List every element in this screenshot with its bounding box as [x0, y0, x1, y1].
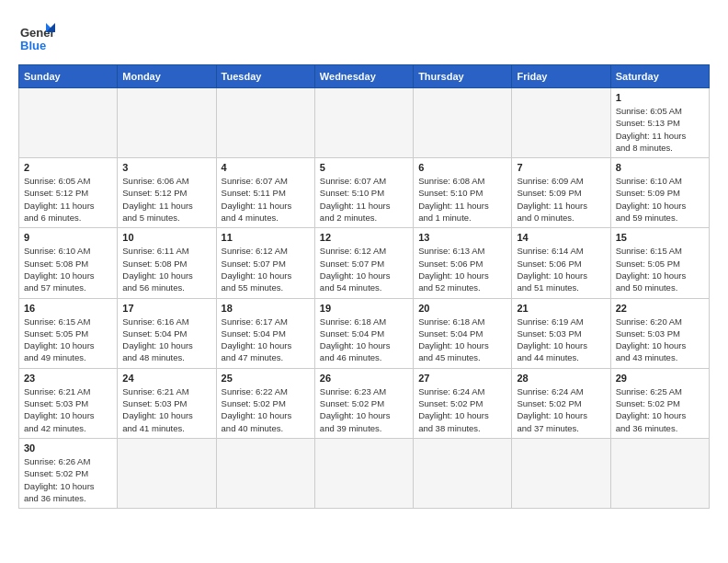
- column-header-tuesday: Tuesday: [216, 65, 314, 88]
- calendar-day: 11Sunrise: 6:12 AM Sunset: 5:07 PM Dayli…: [216, 228, 314, 298]
- day-info: Sunrise: 6:09 AM Sunset: 5:09 PM Dayligh…: [517, 175, 605, 224]
- day-info: Sunrise: 6:25 AM Sunset: 5:02 PM Dayligh…: [616, 385, 704, 434]
- calendar-day: [118, 88, 216, 158]
- column-header-monday: Monday: [118, 65, 216, 88]
- column-header-friday: Friday: [512, 65, 610, 88]
- calendar-day: 4Sunrise: 6:07 AM Sunset: 5:11 PM Daylig…: [216, 158, 314, 228]
- day-number: 3: [122, 162, 210, 173]
- calendar-day: 26Sunrise: 6:23 AM Sunset: 5:02 PM Dayli…: [314, 368, 413, 438]
- calendar-day: 30Sunrise: 6:26 AM Sunset: 5:02 PM Dayli…: [19, 438, 118, 508]
- calendar-day: 19Sunrise: 6:18 AM Sunset: 5:04 PM Dayli…: [314, 298, 413, 368]
- calendar-day: 8Sunrise: 6:10 AM Sunset: 5:09 PM Daylig…: [610, 158, 709, 228]
- calendar-day: 22Sunrise: 6:20 AM Sunset: 5:03 PM Dayli…: [610, 298, 709, 368]
- day-info: Sunrise: 6:12 AM Sunset: 5:07 PM Dayligh…: [222, 245, 310, 293]
- calendar-day: 18Sunrise: 6:17 AM Sunset: 5:04 PM Dayli…: [216, 298, 314, 368]
- calendar-day: [216, 88, 314, 158]
- calendar-day: 12Sunrise: 6:12 AM Sunset: 5:07 PM Dayli…: [314, 228, 413, 298]
- day-info: Sunrise: 6:22 AM Sunset: 5:02 PM Dayligh…: [222, 385, 310, 434]
- calendar-day: 10Sunrise: 6:11 AM Sunset: 5:08 PM Dayli…: [118, 228, 216, 298]
- day-info: Sunrise: 6:07 AM Sunset: 5:11 PM Dayligh…: [222, 175, 310, 224]
- calendar-week-row: 30Sunrise: 6:26 AM Sunset: 5:02 PM Dayli…: [19, 438, 710, 508]
- calendar-day: 1Sunrise: 6:05 AM Sunset: 5:13 PM Daylig…: [610, 88, 709, 158]
- calendar-day: 20Sunrise: 6:18 AM Sunset: 5:04 PM Dayli…: [414, 298, 512, 368]
- day-number: 7: [517, 162, 605, 173]
- day-info: Sunrise: 6:10 AM Sunset: 5:09 PM Dayligh…: [616, 175, 704, 224]
- day-info: Sunrise: 6:19 AM Sunset: 5:03 PM Dayligh…: [517, 316, 605, 364]
- calendar-day: 14Sunrise: 6:14 AM Sunset: 5:06 PM Dayli…: [512, 228, 610, 298]
- svg-text:Blue: Blue: [20, 39, 46, 52]
- day-info: Sunrise: 6:08 AM Sunset: 5:10 PM Dayligh…: [418, 175, 506, 224]
- day-number: 23: [24, 373, 112, 384]
- day-number: 24: [122, 373, 210, 384]
- day-number: 26: [320, 373, 408, 384]
- day-number: 22: [616, 303, 704, 314]
- day-number: 28: [517, 373, 605, 384]
- calendar-day: 17Sunrise: 6:16 AM Sunset: 5:04 PM Dayli…: [118, 298, 216, 368]
- day-number: 19: [320, 303, 408, 314]
- day-number: 30: [24, 442, 112, 454]
- column-header-thursday: Thursday: [414, 65, 512, 88]
- day-info: Sunrise: 6:26 AM Sunset: 5:02 PM Dayligh…: [24, 455, 112, 504]
- calendar-day: [314, 88, 413, 158]
- calendar-week-row: 9Sunrise: 6:10 AM Sunset: 5:08 PM Daylig…: [19, 228, 710, 298]
- calendar-day: [19, 88, 118, 158]
- calendar-day: [314, 438, 413, 508]
- day-number: 9: [24, 232, 112, 243]
- day-number: 27: [418, 373, 506, 384]
- day-info: Sunrise: 6:18 AM Sunset: 5:04 PM Dayligh…: [320, 316, 408, 364]
- day-number: 29: [616, 373, 704, 384]
- calendar-day: [610, 438, 709, 508]
- day-info: Sunrise: 6:21 AM Sunset: 5:03 PM Dayligh…: [122, 385, 210, 434]
- column-header-wednesday: Wednesday: [314, 65, 413, 88]
- day-number: 18: [222, 303, 310, 314]
- day-info: Sunrise: 6:10 AM Sunset: 5:08 PM Dayligh…: [24, 245, 112, 293]
- day-number: 25: [222, 373, 310, 384]
- calendar-day: 28Sunrise: 6:24 AM Sunset: 5:02 PM Dayli…: [512, 368, 610, 438]
- day-number: 1: [616, 92, 704, 103]
- calendar-week-row: 23Sunrise: 6:21 AM Sunset: 5:03 PM Dayli…: [19, 368, 710, 438]
- logo: General Blue: [18, 18, 61, 55]
- day-number: 20: [418, 303, 506, 314]
- day-number: 16: [24, 303, 112, 314]
- day-number: 11: [222, 232, 310, 243]
- day-info: Sunrise: 6:12 AM Sunset: 5:07 PM Dayligh…: [320, 245, 408, 293]
- day-info: Sunrise: 6:11 AM Sunset: 5:08 PM Dayligh…: [122, 245, 210, 293]
- day-number: 2: [24, 162, 112, 173]
- day-number: 14: [517, 232, 605, 243]
- calendar-day: [216, 438, 314, 508]
- day-info: Sunrise: 6:06 AM Sunset: 5:12 PM Dayligh…: [122, 175, 210, 224]
- day-info: Sunrise: 6:15 AM Sunset: 5:05 PM Dayligh…: [24, 316, 112, 364]
- day-number: 12: [320, 232, 408, 243]
- day-number: 4: [222, 162, 310, 173]
- logo-icon: General Blue: [18, 18, 55, 55]
- calendar-day: [414, 88, 512, 158]
- column-header-saturday: Saturday: [610, 65, 709, 88]
- calendar-week-row: 2Sunrise: 6:05 AM Sunset: 5:12 PM Daylig…: [19, 158, 710, 228]
- day-number: 10: [122, 232, 210, 243]
- day-info: Sunrise: 6:13 AM Sunset: 5:06 PM Dayligh…: [418, 245, 506, 293]
- calendar-day: 24Sunrise: 6:21 AM Sunset: 5:03 PM Dayli…: [118, 368, 216, 438]
- calendar-day: [118, 438, 216, 508]
- day-info: Sunrise: 6:21 AM Sunset: 5:03 PM Dayligh…: [24, 385, 112, 434]
- day-number: 8: [616, 162, 704, 173]
- calendar-header-row: SundayMondayTuesdayWednesdayThursdayFrid…: [19, 65, 710, 88]
- calendar-day: 3Sunrise: 6:06 AM Sunset: 5:12 PM Daylig…: [118, 158, 216, 228]
- day-info: Sunrise: 6:15 AM Sunset: 5:05 PM Dayligh…: [616, 245, 704, 293]
- day-info: Sunrise: 6:17 AM Sunset: 5:04 PM Dayligh…: [222, 316, 310, 364]
- calendar-day: 27Sunrise: 6:24 AM Sunset: 5:02 PM Dayli…: [414, 368, 512, 438]
- calendar-week-row: 1Sunrise: 6:05 AM Sunset: 5:13 PM Daylig…: [19, 88, 710, 158]
- calendar-day: 2Sunrise: 6:05 AM Sunset: 5:12 PM Daylig…: [19, 158, 118, 228]
- calendar-day: 5Sunrise: 6:07 AM Sunset: 5:10 PM Daylig…: [314, 158, 413, 228]
- day-info: Sunrise: 6:05 AM Sunset: 5:12 PM Dayligh…: [24, 175, 112, 224]
- calendar-day: 16Sunrise: 6:15 AM Sunset: 5:05 PM Dayli…: [19, 298, 118, 368]
- day-info: Sunrise: 6:14 AM Sunset: 5:06 PM Dayligh…: [517, 245, 605, 293]
- day-info: Sunrise: 6:05 AM Sunset: 5:13 PM Dayligh…: [616, 105, 704, 154]
- calendar-day: 6Sunrise: 6:08 AM Sunset: 5:10 PM Daylig…: [414, 158, 512, 228]
- day-info: Sunrise: 6:18 AM Sunset: 5:04 PM Dayligh…: [418, 316, 506, 364]
- calendar-day: [414, 438, 512, 508]
- calendar-day: [512, 438, 610, 508]
- calendar-day: 15Sunrise: 6:15 AM Sunset: 5:05 PM Dayli…: [610, 228, 709, 298]
- day-number: 17: [122, 303, 210, 314]
- day-info: Sunrise: 6:24 AM Sunset: 5:02 PM Dayligh…: [418, 385, 506, 434]
- calendar-day: 7Sunrise: 6:09 AM Sunset: 5:09 PM Daylig…: [512, 158, 610, 228]
